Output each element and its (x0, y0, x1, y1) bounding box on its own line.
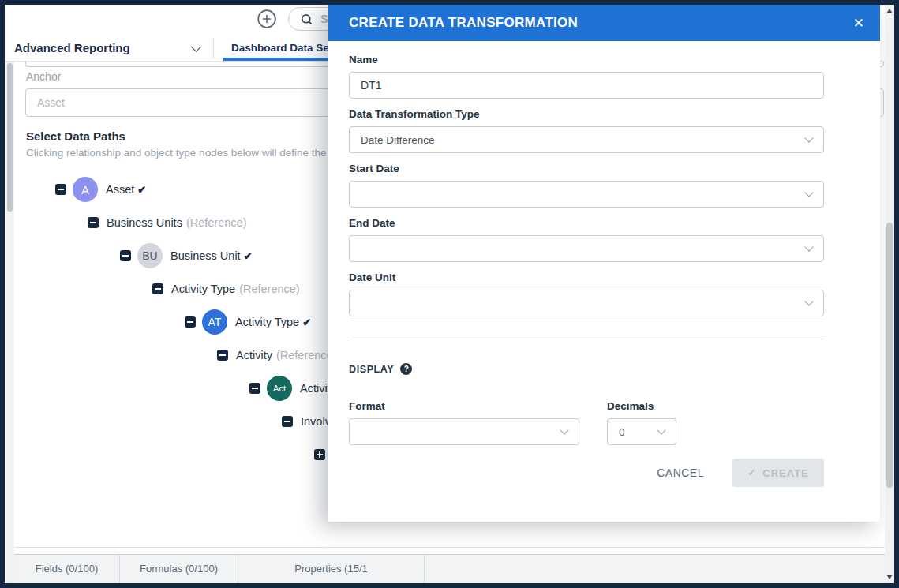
plus-circle-icon[interactable] (257, 9, 277, 29)
tree-node-suffix: (Reference) (239, 283, 300, 295)
active-tab-underline (223, 58, 339, 61)
display-section-heading: DISPLAY (349, 364, 394, 375)
collapse-node-icon[interactable] (55, 184, 66, 195)
object-type-badge[interactable]: Act (267, 376, 292, 401)
selected-check-icon: ✔ (137, 184, 146, 196)
format-field: Format (349, 391, 579, 445)
collapse-node-icon[interactable] (152, 283, 163, 294)
format-label: Format (349, 400, 579, 412)
bottom-tab-properties[interactable]: Properties (15/1 (238, 555, 425, 583)
tree-node: Activity(Reference) (217, 342, 336, 369)
decimals-select[interactable]: 0 (607, 418, 676, 445)
decimals-label: Decimals (607, 400, 676, 412)
chevron-down-icon (657, 425, 665, 434)
data-transformation-type-label: Data Transformation Type (349, 108, 824, 120)
collapse-node-icon[interactable] (249, 383, 260, 394)
nav-separator (213, 38, 214, 58)
tree-node-label[interactable]: Activity Type (171, 283, 235, 295)
tree-node-label[interactable]: Asset (106, 183, 134, 196)
modal-body: NameData Transformation TypeDate Differe… (328, 41, 880, 522)
page-scrollbar-thumb[interactable] (886, 223, 893, 488)
app-window: Search... Advanced Reporting Dashboard D… (0, 0, 899, 588)
scroll-down-arrow-icon[interactable] (886, 575, 893, 579)
collapse-node-icon[interactable] (282, 416, 293, 427)
collapse-node-icon[interactable] (88, 217, 99, 228)
end-date-select[interactable] (349, 235, 824, 262)
name-input[interactable] (349, 72, 824, 99)
tree-node: Activity Type(Reference) (152, 275, 300, 302)
tree-node-label[interactable]: Business Units (107, 216, 182, 229)
start-date-select[interactable] (349, 181, 824, 208)
collapse-node-icon[interactable] (217, 350, 228, 361)
object-type-badge[interactable]: BU (137, 243, 163, 268)
tree-node: BUBusiness Unit✔ (120, 242, 253, 269)
chevron-down-icon (804, 242, 813, 251)
selected-check-icon: ✔ (302, 316, 311, 328)
select-value: Date Difference (361, 134, 806, 146)
chevron-down-icon (804, 297, 813, 305)
bottom-tab-bar: Fields (0/100)Formulas (0/100)Properties… (14, 554, 885, 583)
search-icon (300, 13, 313, 26)
collapse-node-icon[interactable] (185, 316, 196, 328)
close-icon[interactable]: ✕ (853, 5, 864, 41)
section-divider (349, 339, 824, 339)
create-data-transformation-modal: CREATE DATA TRANSFORMATION ✕ NameData Tr… (328, 5, 880, 522)
tree-node-suffix: (Reference) (276, 349, 337, 361)
tree-node: ActActivity (249, 375, 336, 402)
selected-check-icon: ✔ (244, 250, 253, 262)
tree-node: ATActivity Type✔ (185, 309, 311, 335)
date-unit-label: Date Unit (349, 272, 824, 283)
chevron-down-icon (804, 133, 813, 142)
chevron-down-icon (560, 425, 568, 434)
tree-node-label[interactable]: Activity Type (235, 316, 299, 328)
modal-title: CREATE DATA TRANSFORMATION (349, 15, 578, 31)
bottom-tab-formulas[interactable]: Formulas (0/100) (120, 555, 238, 583)
object-type-badge[interactable]: AT (202, 309, 227, 335)
bottom-tab-fields[interactable]: Fields (0/100) (14, 555, 120, 583)
expand-node-icon[interactable] (314, 449, 325, 460)
tree-node-label[interactable]: Activity (236, 349, 272, 361)
start-date-label: Start Date (349, 163, 824, 174)
data-transformation-type-select[interactable]: Date Difference (349, 126, 824, 153)
tree-node: AAsset✔ (55, 176, 146, 203)
chevron-down-icon[interactable] (191, 42, 201, 52)
collapse-node-icon[interactable] (120, 250, 131, 261)
tree-node: Business Units(Reference) (88, 209, 246, 236)
display-help-icon[interactable]: ? (400, 363, 412, 375)
format-select[interactable] (349, 418, 579, 445)
page-scrollbar[interactable] (885, 5, 894, 583)
tree-node-suffix: (Reference) (186, 216, 247, 229)
scroll-up-arrow-icon[interactable] (886, 9, 893, 13)
create-button[interactable]: ✓CREATE (732, 459, 824, 487)
check-icon: ✓ (747, 467, 756, 478)
modal-header: CREATE DATA TRANSFORMATION ✕ (328, 5, 880, 41)
tree-node-label[interactable]: Business Unit (170, 249, 241, 262)
cancel-button[interactable]: CANCEL (657, 466, 704, 479)
decimals-field: Decimals 0 (607, 391, 676, 445)
date-unit-select[interactable] (349, 290, 824, 316)
module-selector[interactable]: Advanced Reporting (14, 35, 130, 61)
object-type-badge[interactable]: A (73, 177, 98, 202)
name-label: Name (349, 54, 824, 66)
end-date-label: End Date (349, 217, 824, 229)
panel-bottom-border (14, 547, 885, 548)
chevron-down-icon (804, 188, 813, 197)
